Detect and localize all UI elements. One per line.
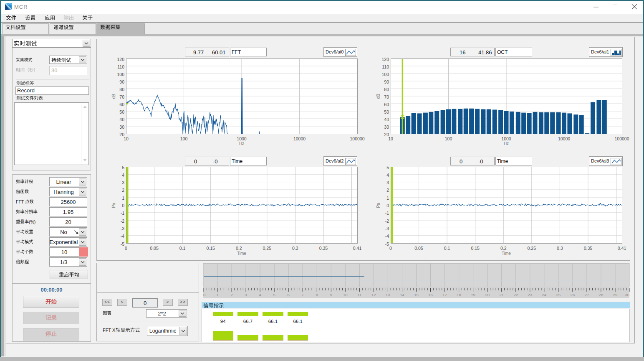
svg-text:1: 1 [216,292,218,297]
svg-text:27: 27 [585,292,589,297]
svg-text:15: 15 [414,292,419,297]
svg-text:7: 7 [302,292,304,297]
svg-text:28: 28 [599,292,604,297]
svg-text:24: 24 [542,292,547,297]
svg-text:19: 19 [471,292,475,297]
svg-text:10: 10 [343,292,348,297]
svg-text:8: 8 [316,292,318,297]
svg-text:9: 9 [330,292,332,297]
svg-text:16: 16 [428,292,433,297]
svg-text:30: 30 [625,292,629,297]
svg-text:23: 23 [528,292,533,297]
svg-text:26: 26 [571,292,575,297]
svg-text:5: 5 [273,292,275,297]
svg-text:6: 6 [288,292,290,297]
svg-text:20: 20 [485,292,490,297]
svg-text:2: 2 [230,292,232,297]
svg-text:4: 4 [259,292,261,297]
svg-text:29: 29 [613,292,618,297]
svg-text:18: 18 [457,292,461,297]
svg-text:3: 3 [245,292,247,297]
svg-text:17: 17 [442,292,447,297]
svg-text:11: 11 [357,292,361,297]
svg-text:25: 25 [556,292,561,297]
svg-text:14: 14 [400,292,404,297]
svg-text:0: 0 [203,292,205,297]
svg-text:21: 21 [499,292,504,297]
svg-text:22: 22 [513,292,518,297]
svg-text:13: 13 [386,292,390,297]
svg-text:12: 12 [371,292,376,297]
